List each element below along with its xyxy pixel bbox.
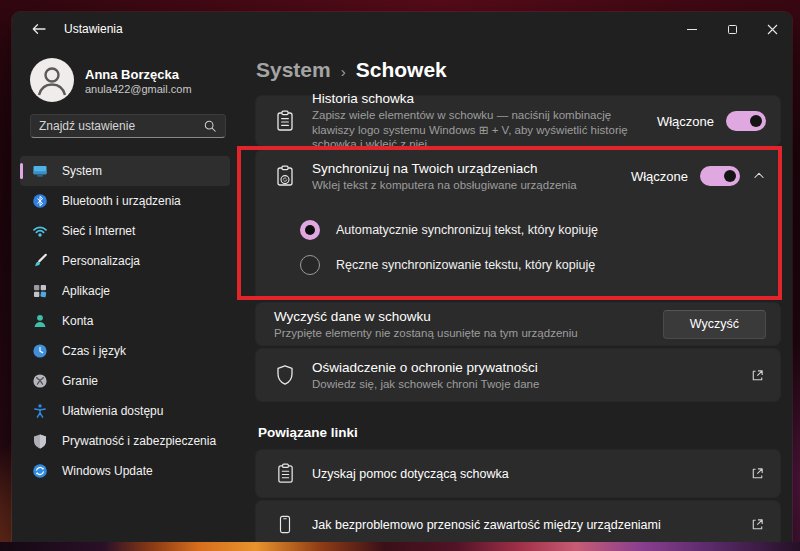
toggle-knob xyxy=(750,115,762,127)
minimize-icon xyxy=(687,29,697,30)
desktop-wallpaper-strip xyxy=(0,542,800,551)
sync-devices-toggle[interactable] xyxy=(700,166,740,186)
breadcrumb-separator-icon: › xyxy=(341,63,346,80)
sidebar-item-label: Ułatwienia dostępu xyxy=(62,404,163,418)
option-label: Ręczne synchronizowanie tekstu, który ko… xyxy=(336,258,595,272)
sidebar-item-gaming[interactable]: Granie xyxy=(20,366,230,396)
user-profile[interactable]: Anna Borzęcka anula422@gmail.com xyxy=(30,58,230,102)
card-related-link-transfer[interactable]: Jak bezproblemowo przenosić zawartość mi… xyxy=(256,501,780,543)
titlebar: Ustawienia xyxy=(12,12,792,46)
avatar xyxy=(30,58,74,102)
link-label: Jak bezproblemowo przenosić zawartość mi… xyxy=(312,518,734,532)
sidebar-nav: System Bluetooth i urządzenia Sieć i Int… xyxy=(20,156,230,486)
setting-subtitle: Dowiedz się, jak schowek chroni Twoje da… xyxy=(312,377,734,392)
sidebar-item-label: Czas i język xyxy=(62,344,126,358)
toggle-state-label: Włączone xyxy=(657,114,714,129)
sidebar-item-bluetooth[interactable]: Bluetooth i urządzenia xyxy=(20,186,230,216)
clipboard-sync-icon xyxy=(274,165,296,187)
card-clear-data: Wyczyść dane w schowku Przypięte element… xyxy=(256,303,780,345)
account-person-icon xyxy=(32,313,48,329)
active-indicator xyxy=(20,163,23,179)
sidebar: Anna Borzęcka anula422@gmail.com System … xyxy=(12,46,244,543)
setting-title: Synchronizuj na Twoich urządzeniach xyxy=(312,160,615,178)
wifi-icon xyxy=(32,223,48,239)
back-arrow-icon xyxy=(31,21,47,37)
window-controls xyxy=(672,12,792,46)
setting-subtitle: Wklej tekst z komputera na obsługiwane u… xyxy=(312,178,615,193)
sync-devices-header[interactable]: Synchronizuj na Twoich urządzeniach Wkle… xyxy=(256,150,780,202)
update-icon xyxy=(32,463,48,479)
app-title: Ustawienia xyxy=(64,22,123,36)
sidebar-item-accessibility[interactable]: Ułatwienia dostępu xyxy=(20,396,230,426)
clipboard-list-icon xyxy=(274,463,296,484)
person-silhouette-icon xyxy=(30,58,74,102)
toggle-state-label: Włączone xyxy=(631,169,688,184)
sidebar-item-privacy[interactable]: Prywatność i zabezpieczenia xyxy=(20,426,230,456)
profile-name: Anna Borzęcka xyxy=(85,66,192,83)
option-label: Automatycznie synchronizuj tekst, który … xyxy=(336,223,598,237)
apps-grid-icon xyxy=(32,283,48,299)
maximize-icon xyxy=(728,25,737,34)
settings-window: Ustawienia Anna Borzęcka anula422@gmail.… xyxy=(12,12,792,543)
sidebar-item-label: Granie xyxy=(62,374,98,388)
sync-option-automatic[interactable]: Automatycznie synchronizuj tekst, który … xyxy=(256,212,780,247)
card-sync-devices: Synchronizuj na Twoich urządzeniach Wkle… xyxy=(256,150,780,299)
page-title: Schowek xyxy=(356,58,447,82)
close-button[interactable] xyxy=(752,12,792,46)
breadcrumb-parent[interactable]: System xyxy=(256,58,331,82)
sidebar-item-network[interactable]: Sieć i Internet xyxy=(20,216,230,246)
link-label: Uzyskaj pomoc dotyczącą schowka xyxy=(312,467,734,481)
toggle-knob xyxy=(724,170,736,182)
card-related-link-help[interactable]: Uzyskaj pomoc dotyczącą schowka xyxy=(256,450,780,497)
back-button[interactable] xyxy=(30,20,48,38)
setting-title: Wyczyść dane w schowku xyxy=(274,308,647,326)
settings-search[interactable] xyxy=(30,114,226,138)
search-icon xyxy=(203,119,217,133)
card-clipboard-history: Historia schowka Zapisz wiele elementów … xyxy=(256,96,780,146)
close-icon xyxy=(767,24,778,35)
chevron-up-icon[interactable] xyxy=(752,169,766,183)
monitor-icon xyxy=(32,163,48,179)
sidebar-item-label: Sieć i Internet xyxy=(62,224,135,238)
accessibility-icon xyxy=(32,403,48,419)
sidebar-item-label: Prywatność i zabezpieczenia xyxy=(62,434,216,448)
shield-icon xyxy=(32,433,48,449)
sidebar-item-label: Konta xyxy=(62,314,93,328)
maximize-button[interactable] xyxy=(712,12,752,46)
sidebar-item-system[interactable]: System xyxy=(20,156,230,186)
sidebar-item-apps[interactable]: Aplikacje xyxy=(20,276,230,306)
phone-icon xyxy=(274,514,296,535)
bluetooth-icon xyxy=(32,193,48,209)
xbox-icon xyxy=(32,373,48,389)
sidebar-item-windows-update[interactable]: Windows Update xyxy=(20,456,230,486)
radio-selected[interactable] xyxy=(300,220,320,240)
setting-subtitle: Przypięte elementy nie zostaną usunięte … xyxy=(274,326,647,341)
radio-unselected[interactable] xyxy=(300,255,320,275)
shield-outline-icon xyxy=(274,364,296,386)
external-link-icon xyxy=(750,466,766,481)
external-link-icon xyxy=(750,368,766,383)
card-privacy-statement[interactable]: Oświadczenie o ochronie prywatności Dowi… xyxy=(256,349,780,401)
sidebar-item-personalization[interactable]: Personalizacja xyxy=(20,246,230,276)
sidebar-item-time-language[interactable]: Czas i język xyxy=(20,336,230,366)
main-content: System › Schowek Historia schowka Zapisz… xyxy=(244,46,792,543)
breadcrumb: System › Schowek xyxy=(256,58,780,82)
sidebar-item-accounts[interactable]: Konta xyxy=(20,306,230,336)
clipboard-icon xyxy=(274,110,296,132)
setting-title: Historia schowka xyxy=(312,90,641,108)
clear-button[interactable]: Wyczyść xyxy=(663,310,766,339)
minimize-button[interactable] xyxy=(672,12,712,46)
sidebar-item-label: Personalizacja xyxy=(62,254,140,268)
related-links-header: Powiązane linki xyxy=(258,425,780,440)
brush-icon xyxy=(32,253,48,269)
sidebar-item-label: Windows Update xyxy=(62,464,153,478)
clock-icon xyxy=(32,343,48,359)
setting-title: Oświadczenie o ochronie prywatności xyxy=(312,359,734,377)
search-input[interactable] xyxy=(39,119,203,133)
sidebar-item-label: Aplikacje xyxy=(62,284,110,298)
clipboard-history-toggle[interactable] xyxy=(726,111,766,131)
sync-option-manual[interactable]: Ręczne synchronizowanie tekstu, który ko… xyxy=(256,247,780,282)
sidebar-item-label: Bluetooth i urządzenia xyxy=(62,194,181,208)
setting-subtitle: Zapisz wiele elementów w schowku — naciś… xyxy=(312,108,641,152)
sidebar-item-label: System xyxy=(62,164,102,178)
